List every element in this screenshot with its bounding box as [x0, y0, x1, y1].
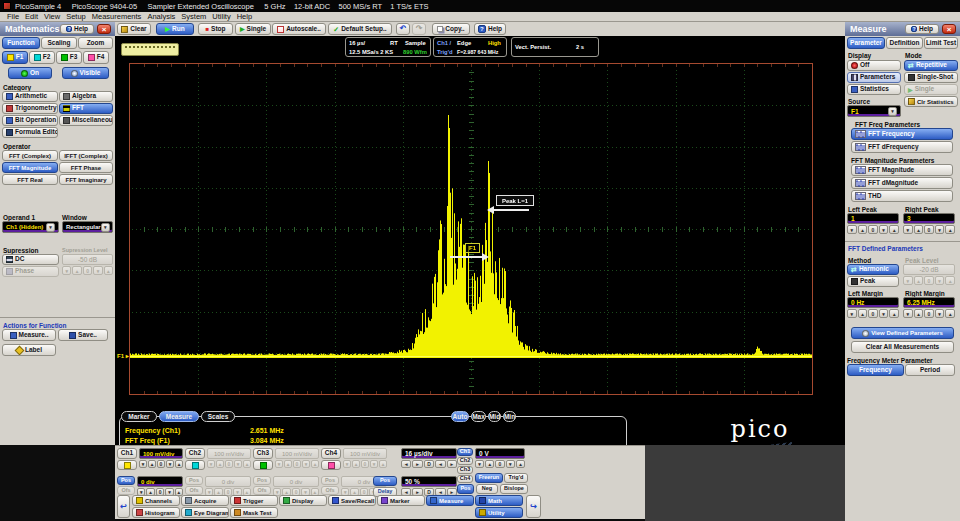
fft-magnitude-button[interactable]: FFT Magnitude: [851, 164, 953, 176]
on-button[interactable]: On: [8, 67, 52, 79]
f1-button[interactable]: F1: [2, 51, 28, 64]
spinner-button[interactable]: ▾: [879, 309, 889, 318]
spinner-button[interactable]: ◂: [435, 460, 445, 468]
tab-scales[interactable]: Scales: [201, 411, 235, 422]
trigger-trigd-button[interactable]: Trig'd: [504, 473, 528, 483]
spinner-button[interactable]: ▸: [412, 460, 422, 468]
fmp-frequency-button[interactable]: Frequency: [847, 364, 904, 376]
spinner-button[interactable]: 0: [868, 225, 878, 234]
ch2-scale-field[interactable]: 100 mV/div: [207, 448, 251, 459]
trigger-source-ch1[interactable]: Ch1: [457, 448, 473, 456]
category-algebra[interactable]: Algebra: [59, 91, 113, 102]
ch1-ofs-button[interactable]: Ofs: [117, 486, 135, 495]
tab-measure[interactable]: Measure: [426, 495, 474, 506]
ch3-position-field[interactable]: 0 div: [273, 476, 319, 487]
spinner-button[interactable]: ▴: [516, 460, 525, 468]
ch3-ofs-button[interactable]: Ofs: [253, 486, 271, 495]
stat-mode-min[interactable]: Min: [503, 411, 516, 422]
spinner-button[interactable]: ▾: [847, 225, 857, 234]
ch2-ofs-button[interactable]: Ofs: [185, 486, 203, 495]
operator-fft-complex[interactable]: FFT (Complex): [2, 150, 58, 161]
spinner-button[interactable]: ▾: [506, 460, 515, 468]
label-action-button[interactable]: Label: [2, 344, 56, 356]
right-peak-field[interactable]: 3: [903, 213, 955, 224]
spinner-button[interactable]: ▾: [903, 225, 913, 234]
left-margin-field[interactable]: 0 Hz: [847, 297, 899, 308]
operator-fft-imaginary[interactable]: FFT Imaginary: [59, 174, 113, 185]
save-action-button[interactable]: Save..: [58, 329, 108, 341]
tab-parameter[interactable]: Parameter: [847, 37, 885, 49]
default-setup-button[interactable]: ✓Default Setup..: [328, 23, 392, 35]
spinner-button[interactable]: 0: [924, 309, 934, 318]
chevron-down-icon[interactable]: ▾: [101, 223, 110, 232]
chevron-down-icon[interactable]: ▾: [888, 107, 897, 116]
ch4-color-swatch[interactable]: [321, 460, 341, 470]
menu-setup[interactable]: Setup: [63, 12, 89, 21]
right-margin-field[interactable]: 6.25 MHz: [903, 297, 955, 308]
mode-repetitive-button[interactable]: ⇄Repetitive: [904, 60, 958, 71]
spinner-button[interactable]: ▴: [914, 309, 924, 318]
tab-math[interactable]: Math: [475, 495, 523, 506]
tab-scaling[interactable]: Scaling: [41, 37, 77, 49]
operator-ifft-complex[interactable]: IFFT (Complex): [59, 150, 113, 161]
category-formula-editor[interactable]: Formula Editor: [2, 127, 58, 138]
ch3-pos-button[interactable]: Pos: [253, 476, 271, 485]
spinner-button[interactable]: ◂: [401, 460, 411, 468]
spinner-button[interactable]: ▴: [485, 460, 494, 468]
tab-zoom[interactable]: Zoom: [78, 37, 113, 49]
tab-display[interactable]: Display: [279, 495, 327, 506]
trigger-source-ch4[interactable]: Ch4: [457, 475, 473, 483]
menu-analysis[interactable]: Analysis: [144, 12, 178, 21]
trace-legend-box[interactable]: [121, 43, 179, 56]
clr-statistics-button[interactable]: Clr Statistics: [904, 96, 958, 107]
run-button[interactable]: ▶Run: [156, 23, 194, 35]
spinner-button[interactable]: 0: [495, 460, 504, 468]
tab-function[interactable]: Function: [2, 37, 40, 49]
spinner-button[interactable]: 0: [157, 460, 165, 468]
tab-marker[interactable]: Marker: [377, 495, 425, 506]
visible-button[interactable]: Visible: [62, 67, 109, 79]
spinner-button[interactable]: ▾: [935, 309, 945, 318]
tab-save-recall[interactable]: Save/Recall: [328, 495, 376, 506]
redo-button[interactable]: ↷: [412, 23, 426, 35]
ch3-color-swatch[interactable]: [253, 460, 273, 470]
ch4-button[interactable]: Ch4: [321, 448, 341, 459]
display-statistics-button[interactable]: Statistics: [847, 84, 901, 95]
category-trigonometry[interactable]: Trigonometry: [2, 103, 58, 114]
menu-edit[interactable]: Edit: [22, 12, 41, 21]
spinner-button[interactable]: ▾: [166, 460, 174, 468]
spinner-button[interactable]: ▴: [858, 225, 868, 234]
dc-suppression-button[interactable]: DC: [2, 254, 59, 265]
trigger-pos-button[interactable]: Pos: [457, 484, 474, 494]
f2-button[interactable]: F2: [29, 51, 55, 64]
ch1-pos-button[interactable]: Pos: [117, 476, 135, 485]
ch3-scale-field[interactable]: 100 mV/div: [275, 448, 319, 459]
trigger-source-ch2[interactable]: Ch2: [457, 457, 473, 465]
math-close-button[interactable]: ×: [97, 24, 111, 34]
menu-view[interactable]: View: [41, 12, 63, 21]
spinner-button[interactable]: ▴: [945, 225, 955, 234]
spinner-button[interactable]: 0: [868, 309, 878, 318]
tab-channels[interactable]: Channels: [132, 495, 180, 506]
trigger-freerun-button[interactable]: Freerun: [475, 473, 503, 483]
phase-suppression-button[interactable]: Phase: [2, 266, 59, 277]
clear-button[interactable]: Clear: [117, 23, 151, 35]
method-peak-button[interactable]: Peak: [847, 276, 899, 287]
thd-button[interactable]: THD: [851, 190, 953, 202]
menu-utility[interactable]: Utility: [209, 12, 233, 21]
ch2-position-field[interactable]: 0 div: [205, 476, 251, 487]
operator-fft-real[interactable]: FFT Real: [2, 174, 58, 185]
toolbar-help-button[interactable]: ?Help: [474, 23, 506, 35]
ch1-position-field[interactable]: 0 div: [137, 476, 183, 487]
spinner-button[interactable]: ▾: [847, 309, 857, 318]
fmp-period-button[interactable]: Period: [905, 364, 955, 376]
spinner-button[interactable]: ▾: [139, 460, 147, 468]
fft-dfrequency-button[interactable]: FFT dFrequency: [851, 141, 953, 153]
stat-mode-max[interactable]: Max: [471, 411, 486, 422]
tab-trigger[interactable]: Trigger: [230, 495, 278, 506]
spinner-button[interactable]: 0: [924, 225, 934, 234]
page-forward-icon[interactable]: ↪: [526, 495, 541, 518]
display-parameters-button[interactable]: Parameters: [847, 72, 901, 83]
spinner-button[interactable]: ▴: [148, 460, 156, 468]
single-button[interactable]: ▶Single: [904, 84, 958, 95]
